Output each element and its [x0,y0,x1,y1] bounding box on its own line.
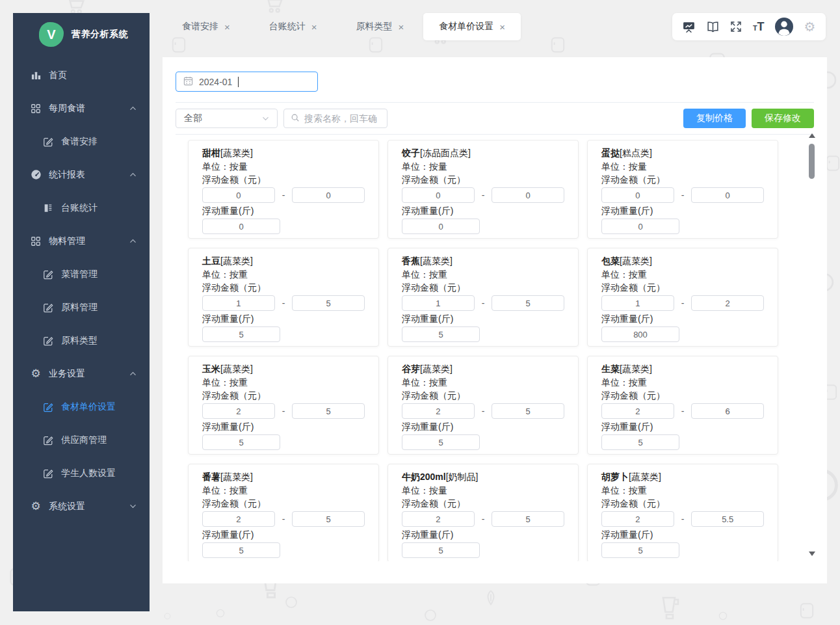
amount-max-input[interactable] [292,187,365,203]
food-category: [蔬菜类] [620,256,652,266]
tab-ledger-stats[interactable]: 台账统计 × [250,13,337,40]
sidebar-item-ledger-stats[interactable]: 台账统计 [13,191,150,224]
weight-input[interactable] [402,542,480,558]
amount-max-input[interactable] [492,403,564,419]
amount-min-input[interactable] [202,187,275,203]
sidebar-item-system-settings[interactable]: ⚙ 系统设置 [13,490,150,523]
unit-line: 单位：按量 [601,160,764,173]
food-card: 牛奶200ml[奶制品] 单位：按量 浮动金额（元） - 浮动重量(斤) [387,464,579,561]
weight-label: 浮动重量(斤) [402,420,564,433]
amount-max-input[interactable] [292,295,365,311]
weight-input[interactable] [202,542,280,558]
settings-gear-icon[interactable]: ⚙ [804,20,816,33]
tab-close-icon[interactable]: × [399,22,404,32]
amount-min-input[interactable] [202,403,275,419]
edit-icon [42,137,55,147]
tab-close-icon[interactable]: × [311,22,317,32]
weight-label: 浮动重量(斤) [601,204,764,217]
range-separator: - [282,406,285,416]
filter-row: 全部 复制价格 保存修改 [176,109,814,128]
copy-price-button[interactable]: 复制价格 [683,109,746,128]
weight-input[interactable] [402,219,480,234]
amount-min-input[interactable] [202,295,275,311]
unit-line: 单位：按重 [601,484,764,497]
weight-input[interactable] [202,434,280,450]
weight-input[interactable] [601,326,679,342]
sidebar-item-ingredient-mgmt[interactable]: 原料管理 [13,291,150,324]
food-category: [蔬菜类] [620,364,652,374]
sidebar-item-weekly-menu[interactable]: 每周食谱 [13,92,150,125]
food-category: [蔬菜类] [220,148,253,158]
sidebar-item-stats-report[interactable]: 统计报表 [13,158,150,191]
amount-max-input[interactable] [691,295,764,311]
amount-max-input[interactable] [292,511,365,527]
amount-label: 浮动金额（元） [601,497,764,510]
weight-input[interactable] [601,219,679,234]
app-window: V 营养分析系统 首页 每周食谱 食谱安排 统计报表 台账统计 物料管理 菜谱管… [0,0,840,625]
amount-label: 浮动金额（元） [202,497,365,510]
scroll-down-arrow[interactable] [809,552,815,556]
open-book-icon[interactable] [706,20,720,34]
amount-max-input[interactable] [691,403,764,419]
amount-max-input[interactable] [691,187,764,203]
food-name: 饺子 [402,148,420,158]
weight-input[interactable] [202,219,280,234]
scroll-up-arrow[interactable] [809,133,815,138]
unit-line: 单位：按重 [402,268,564,281]
sidebar-item-ingredient-price-settings[interactable]: 食材单价设置 [13,390,150,423]
weight-input[interactable] [402,326,480,342]
user-avatar[interactable] [774,17,794,36]
weight-input[interactable] [601,434,679,450]
amount-min-input[interactable] [601,295,674,311]
scrollbar-thumb[interactable] [809,144,815,179]
search-input[interactable] [304,113,380,124]
tab-ingredient-type[interactable]: 原料类型 × [337,13,424,40]
sidebar-item-business-settings[interactable]: ⚙ 业务设置 [13,357,150,390]
amount-min-input[interactable] [202,511,275,527]
sidebar-item-supplier-mgmt[interactable]: 供应商管理 [13,423,150,457]
amount-max-input[interactable] [492,187,564,203]
amount-label: 浮动金额（元） [601,389,764,402]
amount-min-input[interactable] [402,511,475,527]
save-changes-button[interactable]: 保存修改 [752,109,814,128]
unit-value: 按重 [230,485,248,496]
amount-label: 浮动金额（元） [601,281,764,294]
sidebar-item-label: 每周食谱 [49,103,85,114]
amount-max-input[interactable] [292,403,365,419]
sidebar-item-label: 供应商管理 [61,434,107,446]
tab-menu-plan[interactable]: 食谱安排 × [163,13,250,40]
amount-min-input[interactable] [402,187,475,203]
amount-max-input[interactable] [492,511,564,527]
food-name: 玉米 [202,364,220,374]
amount-max-input[interactable] [691,511,764,527]
food-card-title: 生菜[蔬菜类] [601,362,764,376]
food-name: 包菜 [601,256,620,266]
sidebar-item-home[interactable]: 首页 [13,59,150,92]
amount-min-input[interactable] [402,295,475,311]
month-picker-input[interactable]: 2024-01 [176,72,318,92]
food-card-title: 玉米[蔬菜类] [202,362,365,376]
sidebar-item-ingredient-type[interactable]: 原料类型 [13,324,150,357]
tab-close-icon[interactable]: × [499,22,505,32]
amount-min-input[interactable] [402,403,475,419]
weight-input[interactable] [402,434,480,450]
font-size-icon[interactable]: TT [753,20,765,34]
tab-close-icon[interactable]: × [224,22,230,32]
amount-label: 浮动金额（元） [202,389,365,402]
sidebar-item-recipe-mgmt[interactable]: 菜谱管理 [13,258,150,291]
tab-ingredient-price-settings[interactable]: 食材单价设置 × [423,13,521,40]
presentation-chart-icon[interactable] [682,20,696,34]
weight-input[interactable] [601,542,679,558]
sidebar-item-label: 食材单价设置 [61,401,116,413]
logo-icon: V [39,22,64,47]
amount-max-input[interactable] [492,295,564,311]
amount-min-input[interactable] [601,403,674,419]
amount-min-input[interactable] [601,187,674,203]
sidebar-item-student-count-settings[interactable]: 学生人数设置 [13,457,150,490]
amount-min-input[interactable] [601,511,674,527]
category-select[interactable]: 全部 [176,109,278,128]
fullscreen-icon[interactable] [729,20,742,33]
sidebar-item-menu-plan[interactable]: 食谱安排 [13,125,150,158]
sidebar-item-material-mgmt[interactable]: 物料管理 [13,224,150,258]
weight-input[interactable] [202,326,280,342]
